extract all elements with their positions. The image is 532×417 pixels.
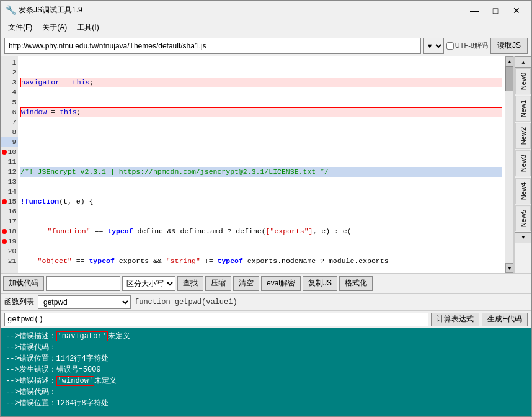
compress-button[interactable]: 压缩 xyxy=(205,276,231,291)
line-num-15: 15 xyxy=(1,197,18,207)
toolbar: 加载代码 区分大小写 查找 压缩 清空 eval解密 复制JS 格式化 xyxy=(1,274,531,294)
line-num-13: 13 xyxy=(1,177,18,187)
sidebar-tab-new1[interactable]: New1 xyxy=(515,96,531,122)
code-line-6: "function" == typeof define && define.am… xyxy=(20,226,502,236)
case-select[interactable]: 区分大小写 xyxy=(122,276,175,291)
utf8-area: UTF-8解码 xyxy=(446,41,488,50)
expression-area: 计算表达式 生成E代码 xyxy=(1,311,531,328)
maximize-button[interactable]: □ xyxy=(485,2,505,19)
eval-decode-button[interactable]: eval解密 xyxy=(261,276,301,291)
close-button[interactable]: ✕ xyxy=(507,2,526,19)
code-content[interactable]: navigator = this; window = this; /*! JSE… xyxy=(18,56,505,273)
line-num-16: 16 xyxy=(1,207,18,217)
output-line-1: -->错误描述：'navigator'未定义 xyxy=(6,331,526,342)
line-num-19: 19 xyxy=(1,236,18,246)
function-bar: 函数列表 getpwd function getpwd(value1) xyxy=(1,294,531,311)
output-line-4: -->发生错误：错误号=5009 xyxy=(6,364,526,375)
menu-tools[interactable]: 工具(I) xyxy=(72,21,104,35)
line-num-20: 20 xyxy=(1,246,18,256)
line-num-5: 5 xyxy=(1,97,18,107)
line-num-10: 10 xyxy=(1,147,18,157)
sidebar-tab-new2[interactable]: New2 xyxy=(515,123,531,149)
output-line-6: -->错误代码： xyxy=(6,387,526,398)
add-code-button[interactable]: 加载代码 xyxy=(3,276,44,291)
function-select[interactable]: getpwd xyxy=(38,295,131,309)
read-js-button[interactable]: 读取JS xyxy=(490,38,528,54)
line-num-21: 21 xyxy=(1,256,18,266)
url-input[interactable] xyxy=(4,38,421,54)
code-line-7: "object" == typeof exports && "string" !… xyxy=(20,256,502,266)
copy-js-button[interactable]: 复制JS xyxy=(303,276,337,291)
line-num-17: 17 xyxy=(1,217,18,226)
code-panel: 1 2 3 4 5 6 7 8 9 10 11 12 13 14 15 16 1… xyxy=(1,56,514,273)
output-area[interactable]: -->错误描述：'navigator'未定义 -->错误代码： -->错误位置：… xyxy=(1,328,531,416)
code-scrollbar: ▲ ▼ xyxy=(505,56,513,273)
output-line-2: -->错误代码： xyxy=(6,342,526,353)
scroll-track[interactable] xyxy=(505,66,513,263)
code-line-3 xyxy=(20,137,502,147)
code-line-1: navigator = this; xyxy=(20,78,502,87)
url-dropdown[interactable]: ▼ xyxy=(423,38,444,54)
right-sidebar: ▲ New0 New1 New2 New3 New4 New5 ▼ xyxy=(514,56,531,273)
find-button[interactable]: 查找 xyxy=(177,276,203,291)
code-line-5: !function(t, e) { xyxy=(20,197,502,207)
sidebar-tab-new5[interactable]: New5 xyxy=(515,205,531,231)
sidebar-tab-new3[interactable]: New3 xyxy=(515,150,531,176)
line-num-7: 7 xyxy=(1,117,18,127)
line-num-1: 1 xyxy=(1,58,18,68)
app-icon: 🔧 xyxy=(6,5,16,16)
sidebar-tab-new0[interactable]: New0 xyxy=(515,68,531,94)
output-line-3: -->错误位置：1142行4字符处 xyxy=(6,353,526,364)
minimize-button[interactable]: — xyxy=(464,2,484,19)
line-num-14: 14 xyxy=(1,187,18,197)
menu-bar: 文件(F) 关于(A) 工具(I) xyxy=(1,20,531,35)
function-signature: function getpwd(value1) xyxy=(135,298,237,307)
line-num-4: 4 xyxy=(1,87,18,97)
clear-button[interactable]: 清空 xyxy=(233,276,259,291)
scroll-down-btn[interactable]: ▼ xyxy=(505,263,514,273)
window-error-highlight: 'window' xyxy=(56,376,95,386)
main-code-area: 1 2 3 4 5 6 7 8 9 10 11 12 13 14 15 16 1… xyxy=(1,56,531,274)
function-list-label: 函数列表 xyxy=(4,297,34,307)
toolbar-text-input[interactable] xyxy=(46,276,120,291)
line-num-11: 11 xyxy=(1,157,18,167)
line-num-18: 18 xyxy=(1,226,18,236)
code-line-4: /*! JSEncrypt v2.3.1 | https://npmcdn.co… xyxy=(20,167,502,177)
scroll-up-btn[interactable]: ▲ xyxy=(505,56,514,66)
expression-input[interactable] xyxy=(4,313,428,326)
output-line-7: -->错误位置：1264行8字符处 xyxy=(6,398,526,409)
line-num-6: 6 xyxy=(1,107,18,117)
line-num-9: 9 xyxy=(1,137,18,147)
menu-file[interactable]: 文件(F) xyxy=(3,21,37,35)
menu-about[interactable]: 关于(A) xyxy=(37,21,72,35)
line-num-8: 8 xyxy=(1,127,18,137)
gen-code-button[interactable]: 生成E代码 xyxy=(482,313,528,326)
scroll-thumb[interactable] xyxy=(505,66,513,91)
line-num-12: 12 xyxy=(1,167,18,177)
code-line-2: window = this; xyxy=(20,107,502,117)
line-num-2: 2 xyxy=(1,68,18,78)
line-numbers: 1 2 3 4 5 6 7 8 9 10 11 12 13 14 15 16 1… xyxy=(1,56,18,273)
calc-expr-button[interactable]: 计算表达式 xyxy=(431,313,479,326)
sidebar-scroll-up[interactable]: ▲ xyxy=(515,56,532,68)
sidebar-tab-new4[interactable]: New4 xyxy=(515,178,531,204)
utf8-checkbox[interactable] xyxy=(446,42,454,50)
window-controls: — □ ✕ xyxy=(464,2,526,19)
url-bar: ▼ UTF-8解码 读取JS xyxy=(1,35,531,56)
title-bar: 🔧 发条JS调试工具1.9 — □ ✕ xyxy=(1,1,531,20)
line-num-3: 3 xyxy=(1,78,18,87)
format-button[interactable]: 格式化 xyxy=(339,276,373,291)
app-title: 发条JS调试工具1.9 xyxy=(19,5,464,16)
utf8-label: UTF-8解码 xyxy=(455,41,488,50)
output-line-5: -->错误描述：'window'未定义 xyxy=(6,375,526,387)
nav-error-highlight: 'navigator' xyxy=(56,331,108,341)
sidebar-scroll-down[interactable]: ▼ xyxy=(515,232,532,243)
